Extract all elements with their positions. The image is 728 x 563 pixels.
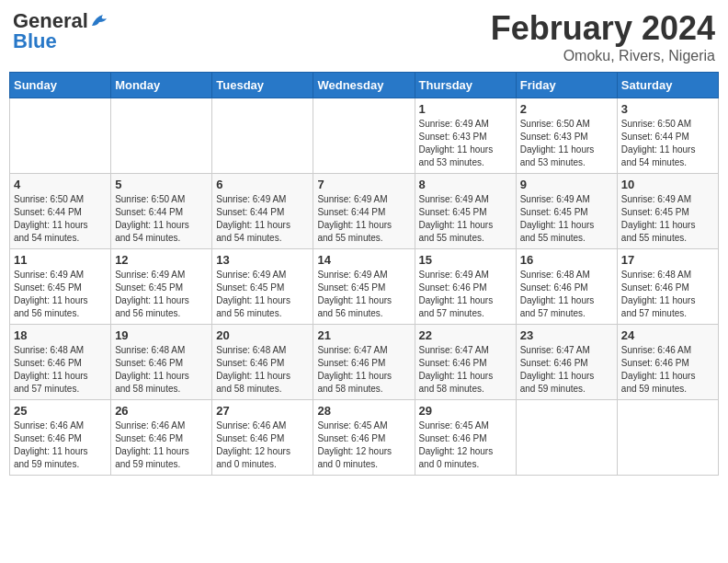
calendar-cell: 24Sunrise: 6:46 AM Sunset: 6:46 PM Dayli… bbox=[617, 325, 718, 400]
day-number: 18 bbox=[14, 328, 107, 342]
day-info: Sunrise: 6:46 AM Sunset: 6:46 PM Dayligh… bbox=[216, 419, 309, 471]
day-number: 15 bbox=[419, 253, 512, 267]
calendar-week-row: 25Sunrise: 6:46 AM Sunset: 6:46 PM Dayli… bbox=[10, 400, 719, 476]
calendar-cell bbox=[10, 98, 111, 174]
day-info: Sunrise: 6:50 AM Sunset: 6:44 PM Dayligh… bbox=[14, 193, 107, 245]
day-number: 9 bbox=[520, 178, 613, 191]
day-info: Sunrise: 6:47 AM Sunset: 6:46 PM Dayligh… bbox=[317, 344, 410, 396]
day-of-week-header: Friday bbox=[516, 73, 617, 98]
day-of-week-header: Sunday bbox=[10, 73, 111, 98]
calendar-cell: 3Sunrise: 6:50 AM Sunset: 6:44 PM Daylig… bbox=[617, 98, 718, 174]
calendar-cell: 2Sunrise: 6:50 AM Sunset: 6:43 PM Daylig… bbox=[516, 98, 617, 174]
month-title: February 2024 bbox=[491, 9, 715, 48]
day-of-week-header: Thursday bbox=[415, 73, 516, 98]
day-info: Sunrise: 6:48 AM Sunset: 6:46 PM Dayligh… bbox=[115, 344, 208, 396]
day-info: Sunrise: 6:50 AM Sunset: 6:43 PM Dayligh… bbox=[520, 118, 613, 169]
day-of-week-header: Tuesday bbox=[212, 73, 313, 98]
day-number: 4 bbox=[14, 178, 107, 191]
calendar-cell: 16Sunrise: 6:48 AM Sunset: 6:46 PM Dayli… bbox=[516, 249, 617, 325]
calendar-cell bbox=[111, 98, 212, 174]
calendar-cell: 27Sunrise: 6:46 AM Sunset: 6:46 PM Dayli… bbox=[212, 400, 313, 476]
day-info: Sunrise: 6:48 AM Sunset: 6:46 PM Dayligh… bbox=[216, 344, 309, 396]
day-info: Sunrise: 6:49 AM Sunset: 6:46 PM Dayligh… bbox=[419, 269, 512, 320]
day-info: Sunrise: 6:49 AM Sunset: 6:44 PM Dayligh… bbox=[317, 193, 410, 245]
day-number: 14 bbox=[317, 253, 410, 267]
calendar-cell: 10Sunrise: 6:49 AM Sunset: 6:45 PM Dayli… bbox=[617, 174, 718, 249]
calendar-cell: 28Sunrise: 6:45 AM Sunset: 6:46 PM Dayli… bbox=[313, 400, 415, 476]
day-number: 28 bbox=[317, 404, 410, 418]
calendar-week-row: 18Sunrise: 6:48 AM Sunset: 6:46 PM Dayli… bbox=[10, 325, 719, 400]
calendar-cell bbox=[313, 98, 415, 174]
day-number: 12 bbox=[115, 253, 208, 267]
day-info: Sunrise: 6:45 AM Sunset: 6:46 PM Dayligh… bbox=[419, 419, 512, 471]
day-info: Sunrise: 6:46 AM Sunset: 6:46 PM Dayligh… bbox=[621, 344, 714, 396]
day-number: 22 bbox=[419, 328, 512, 342]
day-number: 29 bbox=[419, 404, 512, 418]
logo: General Blue bbox=[13, 9, 110, 53]
calendar-cell: 13Sunrise: 6:49 AM Sunset: 6:45 PM Dayli… bbox=[212, 249, 313, 325]
day-info: Sunrise: 6:49 AM Sunset: 6:44 PM Dayligh… bbox=[216, 193, 309, 245]
day-number: 1 bbox=[419, 102, 512, 116]
calendar-cell: 8Sunrise: 6:49 AM Sunset: 6:45 PM Daylig… bbox=[415, 174, 516, 249]
day-info: Sunrise: 6:49 AM Sunset: 6:45 PM Dayligh… bbox=[419, 193, 512, 245]
day-info: Sunrise: 6:49 AM Sunset: 6:43 PM Dayligh… bbox=[419, 118, 512, 169]
calendar-header-row: SundayMondayTuesdayWednesdayThursdayFrid… bbox=[10, 73, 719, 98]
day-number: 5 bbox=[115, 178, 208, 191]
calendar-cell: 25Sunrise: 6:46 AM Sunset: 6:46 PM Dayli… bbox=[10, 400, 111, 476]
day-info: Sunrise: 6:49 AM Sunset: 6:45 PM Dayligh… bbox=[115, 269, 208, 320]
calendar-cell bbox=[617, 400, 718, 476]
day-number: 27 bbox=[216, 404, 309, 418]
calendar-cell: 1Sunrise: 6:49 AM Sunset: 6:43 PM Daylig… bbox=[415, 98, 516, 174]
day-number: 3 bbox=[621, 102, 714, 116]
day-of-week-header: Wednesday bbox=[313, 73, 415, 98]
day-info: Sunrise: 6:49 AM Sunset: 6:45 PM Dayligh… bbox=[520, 193, 613, 245]
calendar-cell: 22Sunrise: 6:47 AM Sunset: 6:46 PM Dayli… bbox=[415, 325, 516, 400]
day-info: Sunrise: 6:49 AM Sunset: 6:45 PM Dayligh… bbox=[216, 269, 309, 320]
calendar-cell: 9Sunrise: 6:49 AM Sunset: 6:45 PM Daylig… bbox=[516, 174, 617, 249]
calendar-cell: 15Sunrise: 6:49 AM Sunset: 6:46 PM Dayli… bbox=[415, 249, 516, 325]
day-info: Sunrise: 6:45 AM Sunset: 6:46 PM Dayligh… bbox=[317, 419, 410, 471]
location: Omoku, Rivers, Nigeria bbox=[491, 48, 715, 64]
calendar-cell: 21Sunrise: 6:47 AM Sunset: 6:46 PM Dayli… bbox=[313, 325, 415, 400]
calendar-cell: 4Sunrise: 6:50 AM Sunset: 6:44 PM Daylig… bbox=[10, 174, 111, 249]
day-info: Sunrise: 6:49 AM Sunset: 6:45 PM Dayligh… bbox=[317, 269, 410, 320]
day-number: 16 bbox=[520, 253, 613, 267]
day-number: 6 bbox=[216, 178, 309, 191]
calendar-cell: 23Sunrise: 6:47 AM Sunset: 6:46 PM Dayli… bbox=[516, 325, 617, 400]
day-of-week-header: Monday bbox=[111, 73, 212, 98]
day-number: 23 bbox=[520, 328, 613, 342]
calendar-cell bbox=[212, 98, 313, 174]
day-info: Sunrise: 6:46 AM Sunset: 6:46 PM Dayligh… bbox=[14, 419, 107, 471]
calendar-week-row: 1Sunrise: 6:49 AM Sunset: 6:43 PM Daylig… bbox=[10, 98, 719, 174]
page-header: General Blue February 2024 Omoku, Rivers… bbox=[9, 9, 719, 64]
day-number: 24 bbox=[621, 328, 714, 342]
day-number: 2 bbox=[520, 102, 613, 116]
calendar-cell: 26Sunrise: 6:46 AM Sunset: 6:46 PM Dayli… bbox=[111, 400, 212, 476]
day-number: 17 bbox=[621, 253, 714, 267]
day-info: Sunrise: 6:50 AM Sunset: 6:44 PM Dayligh… bbox=[115, 193, 208, 245]
calendar-cell: 18Sunrise: 6:48 AM Sunset: 6:46 PM Dayli… bbox=[10, 325, 111, 400]
calendar-cell: 14Sunrise: 6:49 AM Sunset: 6:45 PM Dayli… bbox=[313, 249, 415, 325]
calendar-table: SundayMondayTuesdayWednesdayThursdayFrid… bbox=[9, 72, 719, 476]
title-block: February 2024 Omoku, Rivers, Nigeria bbox=[491, 9, 715, 64]
day-number: 26 bbox=[115, 404, 208, 418]
day-number: 10 bbox=[621, 178, 714, 191]
calendar-body: 1Sunrise: 6:49 AM Sunset: 6:43 PM Daylig… bbox=[10, 98, 719, 476]
calendar-cell bbox=[516, 400, 617, 476]
day-number: 13 bbox=[216, 253, 309, 267]
calendar-week-row: 11Sunrise: 6:49 AM Sunset: 6:45 PM Dayli… bbox=[10, 249, 719, 325]
day-info: Sunrise: 6:49 AM Sunset: 6:45 PM Dayligh… bbox=[14, 269, 107, 320]
day-number: 21 bbox=[317, 328, 410, 342]
calendar-cell: 6Sunrise: 6:49 AM Sunset: 6:44 PM Daylig… bbox=[212, 174, 313, 249]
logo-text-blue: Blue bbox=[13, 29, 57, 53]
day-number: 25 bbox=[14, 404, 107, 418]
day-info: Sunrise: 6:47 AM Sunset: 6:46 PM Dayligh… bbox=[520, 344, 613, 396]
calendar-cell: 17Sunrise: 6:48 AM Sunset: 6:46 PM Dayli… bbox=[617, 249, 718, 325]
day-number: 8 bbox=[419, 178, 512, 191]
day-number: 11 bbox=[14, 253, 107, 267]
calendar-cell: 20Sunrise: 6:48 AM Sunset: 6:46 PM Dayli… bbox=[212, 325, 313, 400]
day-info: Sunrise: 6:48 AM Sunset: 6:46 PM Dayligh… bbox=[520, 269, 613, 320]
calendar-cell: 5Sunrise: 6:50 AM Sunset: 6:44 PM Daylig… bbox=[111, 174, 212, 249]
day-info: Sunrise: 6:46 AM Sunset: 6:46 PM Dayligh… bbox=[115, 419, 208, 471]
calendar-cell: 19Sunrise: 6:48 AM Sunset: 6:46 PM Dayli… bbox=[111, 325, 212, 400]
